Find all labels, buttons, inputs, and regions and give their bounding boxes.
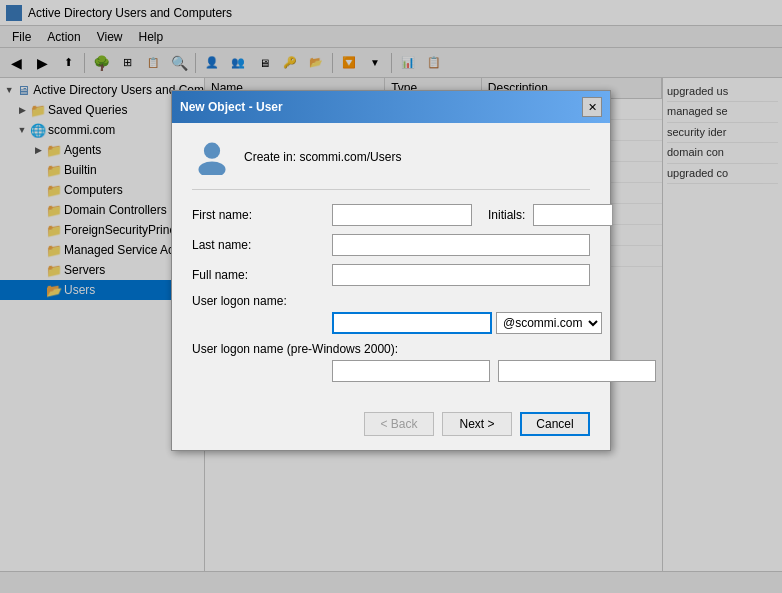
create-in-label: Create in: bbox=[244, 150, 296, 164]
pre2000-label: User logon name (pre-Windows 2000): bbox=[192, 342, 398, 356]
initials-input[interactable] bbox=[533, 204, 613, 226]
first-name-label: First name: bbox=[192, 208, 332, 222]
logon-name-label: User logon name: bbox=[192, 294, 332, 308]
logon-input-row: @scommi.com bbox=[192, 312, 590, 334]
dialog-close-button[interactable]: ✕ bbox=[582, 97, 602, 117]
initials-row: Initials: bbox=[332, 204, 613, 226]
dialog-title-bar: New Object - User ✕ bbox=[172, 91, 610, 123]
logon-label-row: User logon name: bbox=[192, 294, 590, 308]
back-button[interactable]: < Back bbox=[364, 412, 434, 436]
full-name-label: Full name: bbox=[192, 268, 332, 282]
initials-label: Initials: bbox=[488, 208, 525, 222]
full-name-row: Full name: bbox=[192, 264, 590, 286]
svg-point-1 bbox=[199, 162, 226, 176]
create-in-text: Create in: scommi.com/Users bbox=[244, 150, 401, 164]
first-name-input[interactable] bbox=[332, 204, 472, 226]
pre2000-label-row: User logon name (pre-Windows 2000): bbox=[192, 342, 590, 356]
dialog-footer: < Back Next > Cancel bbox=[172, 404, 610, 450]
pre2000-input-row bbox=[192, 360, 590, 382]
full-name-input[interactable] bbox=[332, 264, 590, 286]
svg-point-0 bbox=[204, 143, 220, 159]
last-name-input[interactable] bbox=[332, 234, 590, 256]
next-button[interactable]: Next > bbox=[442, 412, 512, 436]
last-name-label: Last name: bbox=[192, 238, 332, 252]
create-in-path: scommi.com/Users bbox=[299, 150, 401, 164]
dialog-title: New Object - User bbox=[180, 100, 283, 114]
pre2000-input-right[interactable] bbox=[498, 360, 656, 382]
pre2000-input-left[interactable] bbox=[332, 360, 490, 382]
logon-row: @scommi.com bbox=[332, 312, 602, 334]
first-name-row: First name: Initials: bbox=[192, 204, 590, 226]
logon-suffix-select[interactable]: @scommi.com bbox=[496, 312, 602, 334]
user-avatar bbox=[192, 137, 232, 177]
last-name-row: Last name: bbox=[192, 234, 590, 256]
dialog-create-in: Create in: scommi.com/Users bbox=[192, 137, 590, 190]
dialog-body: Create in: scommi.com/Users First name: … bbox=[172, 123, 610, 404]
modal-overlay: New Object - User ✕ Create in: scommi.co… bbox=[0, 0, 782, 593]
new-object-dialog: New Object - User ✕ Create in: scommi.co… bbox=[171, 90, 611, 451]
user-logon-input[interactable] bbox=[332, 312, 492, 334]
cancel-button[interactable]: Cancel bbox=[520, 412, 590, 436]
pre2000-row bbox=[332, 360, 656, 382]
